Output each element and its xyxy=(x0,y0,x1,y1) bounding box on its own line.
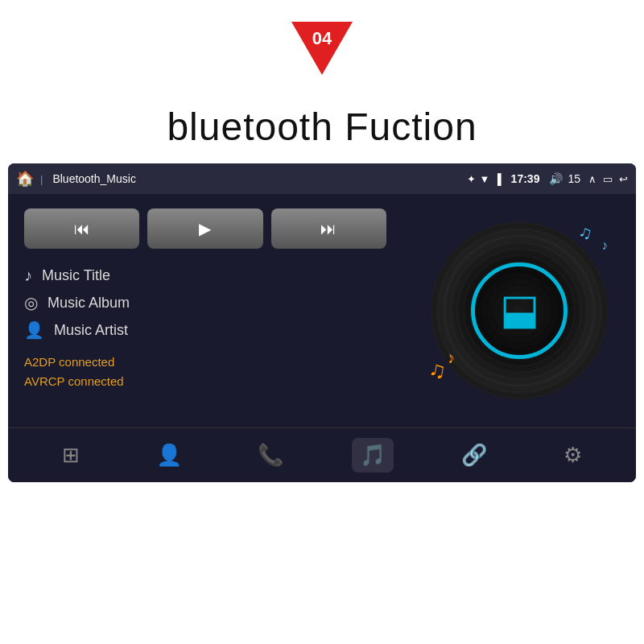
status-bar: 🏠 | Bluetooth_Music ✦ ▼ ▐ 17:39 🔊 15 ∧ ▭… xyxy=(8,163,636,194)
link-icon: 🔗 xyxy=(461,443,487,468)
grid-icon: ⊞ xyxy=(62,443,80,468)
badge-number: 04 xyxy=(312,28,332,49)
music-album-label: Music Album xyxy=(47,295,130,312)
play-button[interactable]: ▶ xyxy=(147,208,262,249)
music-nav-icon: 🎵 xyxy=(360,443,386,468)
chevron-up-icon: ∧ xyxy=(588,173,597,185)
screen: 🏠 | Bluetooth_Music ✦ ▼ ▐ 17:39 🔊 15 ∧ ▭… xyxy=(8,163,636,482)
vinyl-container: ⬓ ♫ ♪ ♫ ♪ xyxy=(423,214,616,407)
prev-button[interactable]: ⏮ xyxy=(24,208,139,249)
separator: | xyxy=(40,173,43,185)
app-name: Bluetooth_Music xyxy=(52,172,461,185)
avrcp-status: AVRCP connected xyxy=(24,372,386,391)
a2dp-status: A2DP connected xyxy=(24,353,386,372)
page-title-area: bluetooth Fuction xyxy=(0,97,644,163)
music-title-label: Music Title xyxy=(42,267,110,284)
back-icon[interactable]: ↩ xyxy=(619,173,628,185)
main-content: ⏮ ▶ ⏭ ♪ Music Title ◎ Music Album 👤 xyxy=(8,194,636,427)
home-icon[interactable]: 🏠 xyxy=(16,170,34,188)
music-note-1: ♫ xyxy=(576,221,594,244)
signal-icon: ▐ xyxy=(493,173,501,185)
contacts-icon: 👤 xyxy=(156,443,182,468)
music-note-icon: ♪ xyxy=(24,266,32,285)
nav-settings[interactable]: ⚙ xyxy=(555,438,590,473)
bottom-nav: ⊞ 👤 📞 🎵 🔗 ⚙ xyxy=(8,427,636,482)
status-time: 17:39 xyxy=(511,172,540,185)
nav-link[interactable]: 🔗 xyxy=(453,438,495,473)
volume-icon: 🔊 xyxy=(549,172,563,185)
settings-icon: ⚙ xyxy=(564,443,582,468)
music-note-2: ♪ xyxy=(600,237,609,253)
bluetooth-status-icon: ✦ xyxy=(467,173,476,185)
wifi-icon: ▼ xyxy=(480,173,490,185)
window-icon: ▭ xyxy=(603,173,613,185)
phone-icon: 📞 xyxy=(258,443,283,468)
bluetooth-icon: ⬓ xyxy=(500,288,539,330)
status-right-icons: ∧ ▭ ↩ xyxy=(588,173,628,185)
nav-contacts[interactable]: 👤 xyxy=(148,438,190,473)
music-artist-label: Music Artist xyxy=(54,322,128,339)
volume-level: 15 xyxy=(568,172,580,185)
playback-controls: ⏮ ▶ ⏭ xyxy=(24,208,386,249)
music-artist-row: 👤 Music Artist xyxy=(24,320,386,340)
left-panel: ⏮ ▶ ⏭ ♪ Music Title ◎ Music Album 👤 xyxy=(8,194,402,427)
music-note-3: ♫ xyxy=(427,356,448,384)
bluetooth-ring: ⬓ xyxy=(471,262,568,359)
status-icons: ✦ ▼ ▐ xyxy=(467,173,502,185)
right-panel: ⬓ ♫ ♪ ♫ ♪ xyxy=(402,194,636,427)
nav-music[interactable]: 🎵 xyxy=(352,438,394,473)
album-icon: ◎ xyxy=(24,293,38,312)
nav-phone[interactable]: 📞 xyxy=(250,438,291,473)
badge-triangle: 04 xyxy=(291,22,353,75)
connection-status: A2DP connected AVRCP connected xyxy=(24,353,386,391)
badge-area: 04 xyxy=(0,0,644,97)
music-album-row: ◎ Music Album xyxy=(24,293,386,312)
next-icon: ⏭ xyxy=(320,220,336,238)
nav-grid[interactable]: ⊞ xyxy=(54,438,88,473)
artist-icon: 👤 xyxy=(24,320,44,340)
next-button[interactable]: ⏭ xyxy=(271,208,386,249)
play-icon: ▶ xyxy=(199,219,211,238)
music-title-row: ♪ Music Title xyxy=(24,266,386,285)
prev-icon: ⏮ xyxy=(74,220,90,238)
page-title: bluetooth Fuction xyxy=(167,105,477,148)
